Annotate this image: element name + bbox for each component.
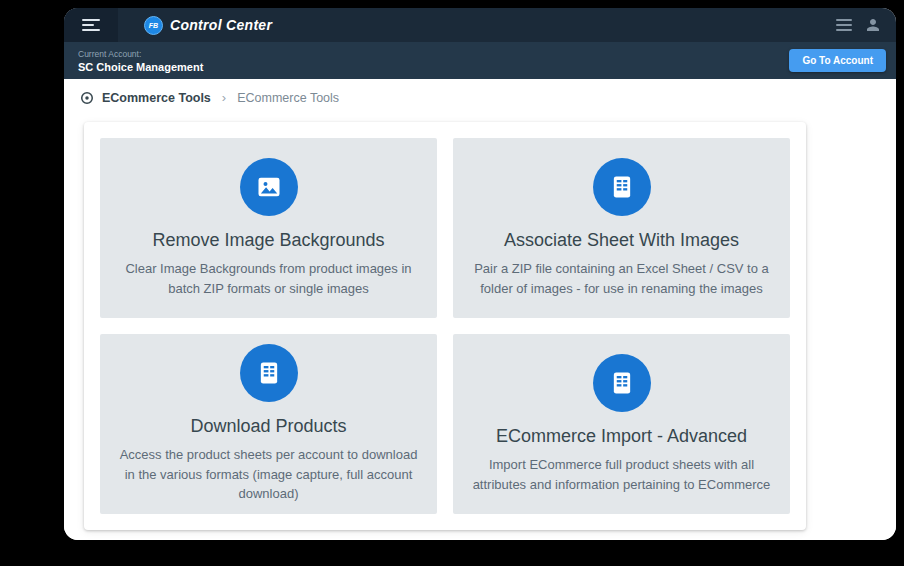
topbar-actions <box>836 16 896 34</box>
hamburger-icon <box>82 19 100 31</box>
spreadsheet-icon <box>593 158 651 216</box>
list-menu-icon[interactable] <box>836 19 852 31</box>
account-info: Current Account: SC Choice Management <box>78 49 203 73</box>
tile-title: Download Products <box>190 416 346 437</box>
spreadsheet-icon <box>593 354 651 412</box>
tile-title: Associate Sheet With Images <box>504 230 739 251</box>
user-icon <box>864 16 882 34</box>
app-title: Control Center <box>170 17 272 33</box>
user-account-button[interactable] <box>864 16 882 34</box>
main-content: Remove Image Backgrounds Clear Image Bac… <box>64 116 896 540</box>
tile-ecommerce-import-advanced[interactable]: ECommerce Import - Advanced Import EComm… <box>453 334 790 514</box>
chevron-right-icon: › <box>222 90 226 105</box>
app-window: FB Control Center Current Account: SC Ch… <box>64 8 896 540</box>
tile-title: ECommerce Import - Advanced <box>496 426 747 447</box>
module-icon <box>80 91 94 105</box>
tile-description: Pair a ZIP file containing an Excel Shee… <box>471 259 772 298</box>
breadcrumb-root[interactable]: ECommerce Tools <box>102 91 211 105</box>
breadcrumb: ECommerce Tools › ECommerce Tools <box>64 79 896 116</box>
tools-card: Remove Image Backgrounds Clear Image Bac… <box>84 122 806 530</box>
spreadsheet-icon <box>240 344 298 402</box>
tile-description: Import ECommerce full product sheets wit… <box>471 455 772 494</box>
image-icon <box>240 158 298 216</box>
go-to-account-button[interactable]: Go To Account <box>789 49 886 72</box>
tile-associate-sheet-with-images[interactable]: Associate Sheet With Images Pair a ZIP f… <box>453 138 790 318</box>
hamburger-menu-button[interactable] <box>64 8 118 42</box>
brand: FB Control Center <box>144 16 272 35</box>
top-bar: FB Control Center <box>64 8 896 42</box>
tile-download-products[interactable]: Download Products Access the product she… <box>100 334 437 514</box>
account-bar: Current Account: SC Choice Management Go… <box>64 42 896 79</box>
current-account-label: Current Account: <box>78 49 203 59</box>
breadcrumb-current: ECommerce Tools <box>237 91 339 105</box>
tile-title: Remove Image Backgrounds <box>152 230 384 251</box>
current-account-name: SC Choice Management <box>78 61 203 73</box>
tile-description: Access the product sheets per account to… <box>118 445 419 504</box>
tile-remove-image-backgrounds[interactable]: Remove Image Backgrounds Clear Image Bac… <box>100 138 437 318</box>
app-logo: FB <box>144 16 163 35</box>
tile-description: Clear Image Backgrounds from product ima… <box>118 259 419 298</box>
